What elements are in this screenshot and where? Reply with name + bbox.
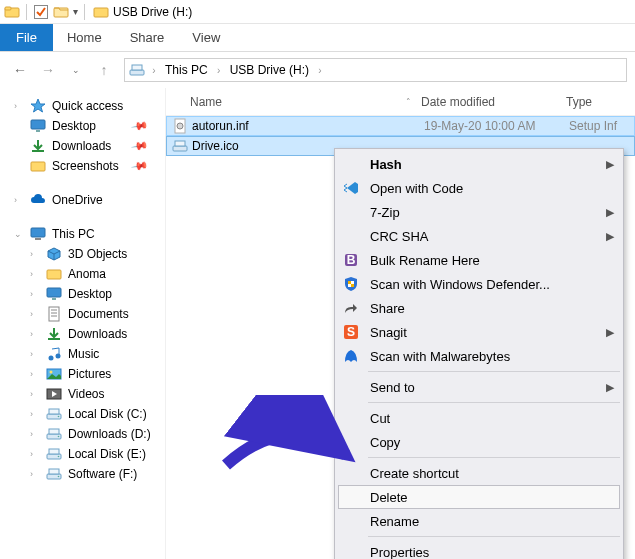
tree-item[interactable]: ›3D Objects	[12, 244, 165, 264]
breadcrumb-part[interactable]: This PC	[161, 59, 212, 81]
context-menu-item[interactable]: Send to▶	[338, 375, 620, 399]
svg-rect-3	[54, 8, 68, 17]
chevron-right-icon: ›	[30, 289, 40, 299]
tree-item[interactable]: ›Desktop	[12, 284, 165, 304]
context-menu-item[interactable]: 7-Zip▶	[338, 200, 620, 224]
folder-open-icon[interactable]	[53, 4, 69, 20]
context-menu-item[interactable]: Create shortcut	[338, 461, 620, 485]
context-menu-item[interactable]: Rename	[338, 509, 620, 533]
tree-label: Desktop	[52, 119, 96, 133]
context-menu-item[interactable]: Properties	[338, 540, 620, 559]
ribbon-tab-share[interactable]: Share	[116, 24, 179, 51]
folder-icon	[4, 4, 20, 20]
context-menu: Hash▶Open with Code7-Zip▶CRC SHA▶BBulk R…	[334, 148, 624, 559]
nav-recent-chevron-icon[interactable]: ⌄	[64, 58, 88, 82]
svg-rect-13	[47, 270, 61, 279]
share-icon	[342, 299, 360, 317]
context-menu-item[interactable]: Copy	[338, 430, 620, 454]
tree-item[interactable]: ›Downloads	[12, 324, 165, 344]
svg-rect-40	[173, 146, 187, 151]
tree-item-downloads[interactable]: Downloads 📌	[12, 136, 165, 156]
context-menu-item[interactable]: CRC SHA▶	[338, 224, 620, 248]
tree-label: Desktop	[68, 287, 112, 301]
tree-item[interactable]: ›Local Disk (E:)	[12, 444, 165, 464]
breadcrumb-part[interactable]: USB Drive (H:)	[226, 59, 313, 81]
column-label: Name	[190, 95, 222, 109]
context-menu-item[interactable]: BBulk Rename Here	[338, 248, 620, 272]
tree-quick-access[interactable]: › Quick access	[12, 96, 165, 116]
checkbox-checked-icon[interactable]	[33, 4, 49, 20]
column-name[interactable]: Name ˄	[166, 95, 421, 109]
tree-label: Downloads	[68, 327, 127, 341]
qat-chevron-icon[interactable]: ▾	[73, 6, 78, 17]
context-menu-label: Rename	[370, 514, 614, 529]
context-menu-item[interactable]: Open with Code	[338, 176, 620, 200]
ribbon-tab-view[interactable]: View	[178, 24, 234, 51]
separator	[368, 457, 620, 458]
context-menu-item[interactable]: Share	[338, 296, 620, 320]
pin-icon: 📌	[131, 117, 150, 136]
tree-item[interactable]: ›Anoma	[12, 264, 165, 284]
svg-point-37	[58, 476, 60, 478]
tree-item[interactable]: ›Local Disk (C:)	[12, 404, 165, 424]
folder-icon	[30, 158, 46, 174]
chevron-right-icon[interactable]: ›	[313, 65, 327, 76]
context-menu-label: Delete	[370, 490, 614, 505]
svg-rect-6	[132, 65, 142, 70]
tree-this-pc[interactable]: ⌄ This PC	[12, 224, 165, 244]
tree-item[interactable]: ›Pictures	[12, 364, 165, 384]
file-type: Setup Inf	[569, 119, 634, 133]
svg-rect-1	[5, 7, 11, 10]
tree-item-screenshots[interactable]: Screenshots 📌	[12, 156, 165, 176]
chevron-right-icon: ›	[30, 429, 40, 439]
address-bar[interactable]: › This PC › USB Drive (H:) ›	[124, 58, 627, 82]
nav-up-button[interactable]: ↑	[92, 58, 116, 82]
navigation-pane: › Quick access Desktop 📌 Downloads 📌 Scr…	[0, 88, 165, 559]
submenu-arrow-icon: ▶	[606, 158, 614, 171]
chevron-right-icon[interactable]: ›	[147, 65, 161, 76]
chevron-right-icon[interactable]: ›	[212, 65, 226, 76]
tree-item[interactable]: ›Software (F:)	[12, 464, 165, 484]
nav-back-button[interactable]: ←	[8, 58, 32, 82]
context-menu-label: Properties	[370, 545, 614, 560]
blank-icon	[342, 378, 360, 396]
ribbon-file-tab[interactable]: File	[0, 24, 53, 51]
context-menu-item[interactable]: Hash▶	[338, 152, 620, 176]
vscode-icon	[342, 179, 360, 197]
context-menu-item[interactable]: SSnagit▶	[338, 320, 620, 344]
tree-item[interactable]: ›Music	[12, 344, 165, 364]
tree-onedrive[interactable]: › OneDrive	[12, 190, 165, 210]
videos-icon	[46, 386, 62, 402]
tree-label: Music	[68, 347, 99, 361]
chevron-right-icon: ›	[30, 269, 40, 279]
context-menu-item[interactable]: Cut	[338, 406, 620, 430]
column-type[interactable]: Type	[566, 95, 635, 109]
tree-item-desktop[interactable]: Desktop 📌	[12, 116, 165, 136]
context-menu-label: Create shortcut	[370, 466, 614, 481]
tree-label: Anoma	[68, 267, 106, 281]
chevron-right-icon: ›	[30, 409, 40, 419]
tree-label: Local Disk (E:)	[68, 447, 146, 461]
svg-text:B: B	[347, 253, 356, 267]
file-row[interactable]: autorun.inf19-May-20 10:00 AMSetup Inf	[166, 116, 635, 136]
svg-rect-46	[351, 284, 354, 287]
svg-text:S: S	[347, 325, 355, 339]
ribbon-tab-home[interactable]: Home	[53, 24, 116, 51]
tree-item[interactable]: ›Videos	[12, 384, 165, 404]
column-headers: Name ˄ Date modified Type	[166, 88, 635, 116]
chevron-right-icon: ›	[30, 389, 40, 399]
context-menu-label: Open with Code	[370, 181, 614, 196]
tree-item[interactable]: ›Documents	[12, 304, 165, 324]
file-name: autorun.inf	[192, 119, 424, 133]
context-menu-item[interactable]: Delete	[338, 485, 620, 509]
column-date[interactable]: Date modified	[421, 95, 566, 109]
context-menu-item[interactable]: Scan with Windows Defender...	[338, 272, 620, 296]
blank-icon	[342, 512, 360, 530]
mwb-icon	[342, 347, 360, 365]
context-menu-item[interactable]: Scan with Malwarebytes	[338, 344, 620, 368]
nav-forward-button[interactable]: →	[36, 58, 60, 82]
tree-item[interactable]: ›Downloads (D:)	[12, 424, 165, 444]
tree-label: Software (F:)	[68, 467, 137, 481]
svg-rect-8	[36, 130, 40, 132]
chevron-right-icon: ›	[30, 449, 40, 459]
